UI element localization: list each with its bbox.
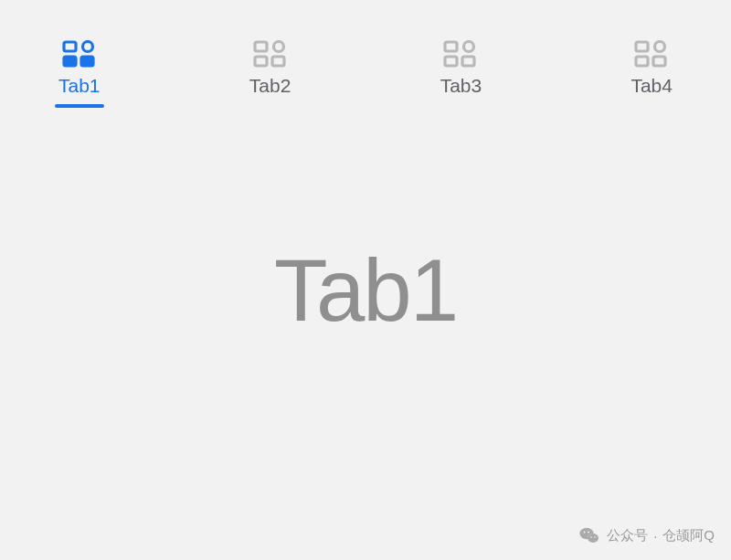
svg-point-5: [273, 42, 283, 52]
svg-rect-10: [445, 57, 457, 66]
svg-point-13: [655, 42, 665, 52]
grid-icon: [633, 38, 670, 69]
watermark-separator: ·: [653, 528, 657, 544]
watermark-name: 仓颉阿Q: [662, 527, 715, 544]
svg-rect-11: [462, 57, 474, 66]
watermark-prefix: 公众号: [607, 527, 648, 544]
grid-icon: [61, 38, 98, 69]
watermark: 公众号 · 仓颉阿Q: [579, 525, 715, 545]
svg-point-18: [588, 534, 599, 543]
tab-label: Tab1: [58, 75, 101, 97]
tab-content-title: Tab1: [274, 240, 457, 341]
svg-rect-15: [653, 57, 665, 66]
svg-rect-6: [255, 57, 267, 66]
grid-icon: [442, 38, 479, 69]
wechat-icon: [579, 525, 599, 545]
svg-point-19: [584, 532, 586, 534]
svg-point-9: [464, 42, 474, 52]
tab-2[interactable]: Tab2: [249, 38, 291, 106]
tab-label: Tab4: [630, 75, 673, 97]
svg-rect-7: [272, 57, 284, 66]
svg-rect-3: [81, 57, 93, 66]
svg-rect-14: [636, 57, 648, 66]
svg-rect-12: [636, 42, 648, 51]
svg-rect-4: [255, 42, 267, 51]
svg-rect-2: [64, 57, 76, 66]
svg-point-21: [590, 536, 592, 538]
tab-label: Tab2: [249, 75, 291, 97]
svg-point-20: [588, 532, 589, 534]
tab-1[interactable]: Tab1: [58, 38, 101, 106]
svg-point-22: [594, 536, 596, 538]
grid-icon: [252, 38, 289, 69]
svg-rect-0: [64, 42, 76, 51]
tab-label: Tab3: [440, 75, 482, 97]
svg-point-1: [82, 42, 92, 52]
svg-rect-8: [445, 42, 457, 51]
tab-3[interactable]: Tab3: [440, 38, 482, 106]
tab-4[interactable]: Tab4: [630, 38, 673, 106]
tab-bar: Tab1 Tab2 Tab3: [0, 0, 731, 106]
